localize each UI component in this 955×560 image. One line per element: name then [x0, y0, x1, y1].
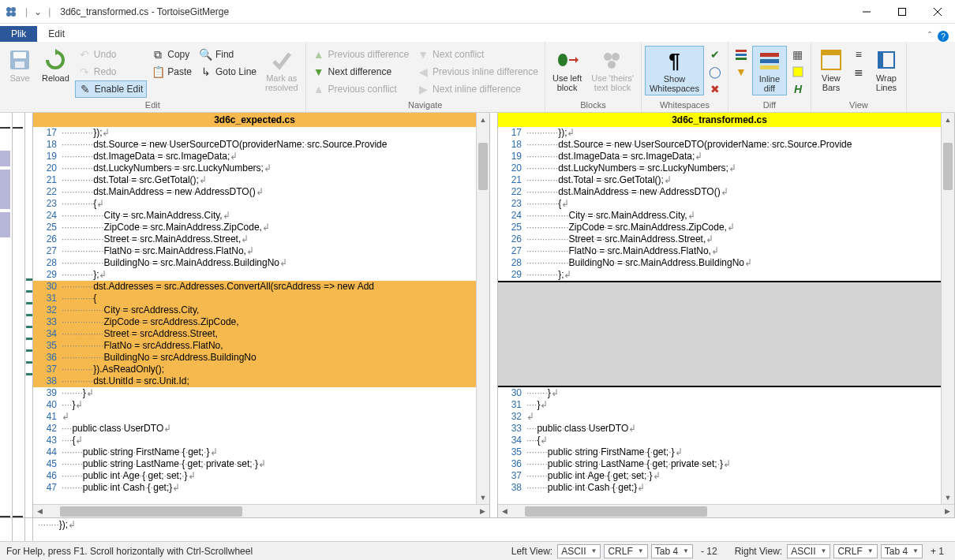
right-encoding-combo[interactable]: ASCII▼	[787, 544, 830, 558]
show-whitespaces-button[interactable]: ¶ Show Whitespaces	[645, 46, 704, 95]
use-left-block-button[interactable]: Use left block	[549, 46, 586, 94]
code-line[interactable]: 30········}↲	[498, 387, 941, 399]
minimize-button[interactable]	[848, 0, 884, 24]
right-scrollbar-v[interactable]: ▼	[941, 127, 954, 504]
bottom-line-view[interactable]: ········});↲	[33, 518, 955, 541]
code-line[interactable]: 28················BuildingNo·=·src.MainA…	[33, 257, 476, 269]
redo-button[interactable]: ↷Redo	[75, 63, 147, 80]
diff-opt1-button[interactable]	[732, 46, 751, 63]
maximize-button[interactable]	[884, 0, 919, 24]
code-line[interactable]: 17············});↲	[33, 127, 476, 139]
code-line[interactable]: 37············}).AsReadOnly();	[33, 364, 476, 375]
goto-line-button[interactable]: ↳Goto Line	[197, 63, 260, 80]
code-line[interactable]: 46········public·int·Age·{·get;·set;·}↲	[33, 470, 476, 482]
code-line[interactable]: 18············dst.Source·=·new·UserSourc…	[33, 139, 476, 151]
scroll-up-right[interactable]: ▲	[941, 113, 954, 127]
code-line[interactable]: 19············dst.ImageData·=·src.ImageD…	[498, 151, 941, 162]
left-eol-combo[interactable]: CRLF▼	[604, 544, 647, 558]
code-line[interactable]: 17············});↲	[498, 127, 941, 139]
next-diff-button[interactable]: ▼Next difference	[309, 63, 413, 80]
code-line[interactable]: 20············dst.LuckyNumbers·=·src.Luc…	[498, 162, 941, 174]
right-eol-combo[interactable]: CRLF▼	[833, 544, 877, 558]
ws-compare-button[interactable]: ✔	[706, 46, 725, 63]
locator-bar-left-2[interactable]	[13, 113, 25, 517]
code-line[interactable]: 47········public·int·Cash·{·get;}↲	[33, 482, 476, 494]
wrap-lines-button[interactable]: Wrap Lines	[870, 46, 903, 94]
mark-resolved-button[interactable]: Mark as resolved	[261, 46, 302, 94]
scroll-up-left[interactable]: ▲	[476, 113, 489, 127]
ribbon-collapse-icon[interactable]: ˆ	[928, 31, 931, 42]
code-line[interactable]: 37········public·int·Age·{·get;·set;·}↲	[498, 470, 941, 482]
code-line[interactable]: 30············dst.Addresses·=·src.Addres…	[33, 281, 476, 293]
locator-bar-left[interactable]	[0, 113, 13, 517]
left-encoding-combo[interactable]: ASCII▼	[557, 544, 601, 558]
inline-diff-button[interactable]: Inline diff	[752, 46, 787, 95]
code-line[interactable]: 36················BuildingNo·=·srcAddres…	[33, 352, 476, 364]
right-scrollbar-h[interactable]: ◀▶	[498, 504, 954, 517]
diff-opt2-button[interactable]: ▼	[732, 63, 751, 80]
code-line[interactable]: 19············dst.ImageData·=·src.ImageD…	[33, 151, 476, 162]
code-line[interactable]: 38········public·int·Cash·{·get;}↲	[498, 482, 941, 494]
view-lines2-button[interactable]: ≣	[849, 63, 868, 80]
code-line[interactable]: 26················Street·=·src.MainAddre…	[498, 233, 941, 245]
code-line[interactable]: 23············{↲	[498, 198, 941, 210]
left-tab-combo[interactable]: Tab 4▼	[651, 544, 693, 558]
code-line[interactable]: 45········public·string·LastName·{·get;·…	[33, 458, 476, 470]
code-line[interactable]: 35········public·string·FirstName·{·get;…	[498, 446, 941, 458]
code-line[interactable]: 33················ZipCode·=·srcAddress.Z…	[33, 316, 476, 328]
code-line[interactable]: 33····public·class·UserDTO↲	[498, 423, 941, 435]
code-line[interactable]: 31····}↲	[498, 399, 941, 411]
code-line[interactable]: 34····{↲	[498, 435, 941, 446]
next-conflict-button[interactable]: ▼Next conflict	[414, 46, 541, 63]
code-line[interactable]: 21············dst.Total·=·src.GetTotal()…	[498, 174, 941, 186]
code-line[interactable]: 31············{	[33, 293, 476, 304]
undo-button[interactable]: ↶Undo	[75, 46, 147, 63]
prev-conflict-button[interactable]: ▲Previous conflict	[309, 80, 413, 98]
prev-inline-button[interactable]: ◀Previous inline difference	[414, 63, 541, 80]
code-line[interactable]: 18············dst.Source·=·new·UserSourc…	[498, 139, 941, 151]
code-line[interactable]: 24················City·=·src.MainAddress…	[498, 210, 941, 222]
code-line[interactable]: 35················FlatNo·=·srcAddress.Fl…	[33, 340, 476, 352]
use-theirs-block-button[interactable]: Use 'theirs' text block	[587, 46, 638, 94]
ws-ignoreall-button[interactable]: ✖	[706, 80, 725, 98]
tab-edit[interactable]: Edit	[37, 26, 76, 42]
code-line[interactable]: 40····}↲	[33, 399, 476, 411]
code-line[interactable]: 41↲	[33, 411, 476, 423]
code-line[interactable]: 38············dst.UnitId·=·src.Unit.Id;	[33, 375, 476, 387]
save-button[interactable]: Save	[3, 46, 36, 84]
prev-diff-button[interactable]: ▲Previous difference	[309, 46, 413, 63]
code-line[interactable]: 22············dst.MainAddress·=·new·Addr…	[498, 186, 941, 198]
enable-edit-button[interactable]: ✎Enable Edit	[75, 80, 147, 98]
right-code-body[interactable]: 17············});↲18············dst.Sour…	[498, 127, 941, 504]
diff-opt5-button[interactable]: H	[788, 80, 807, 98]
help-icon[interactable]: ?	[938, 31, 949, 42]
code-line[interactable]: 22············dst.MainAddress·=·new·Addr…	[33, 186, 476, 198]
code-line[interactable]: 20············dst.LuckyNumbers·=·src.Luc…	[33, 162, 476, 174]
view-bars-button[interactable]: View Bars	[815, 46, 848, 94]
code-line[interactable]: 27················FlatNo·=·src.MainAddre…	[498, 245, 941, 257]
left-code-body[interactable]: 17············});↲18············dst.Sour…	[33, 127, 476, 504]
code-line[interactable]: 29············};↲	[498, 269, 941, 281]
code-line[interactable]: 32↲	[498, 411, 941, 423]
copy-button[interactable]: ⧉Copy	[148, 46, 195, 63]
find-button[interactable]: 🔍Find	[197, 46, 260, 63]
tab-plik[interactable]: Plik	[0, 26, 37, 42]
code-line[interactable]: 44········public·string·FirstName·{·get;…	[33, 446, 476, 458]
code-line[interactable]: 21············dst.Total·=·src.GetTotal()…	[33, 174, 476, 186]
code-line[interactable]: 26················Street·=·src.MainAddre…	[33, 233, 476, 245]
left-scrollbar-h[interactable]: ◀▶	[33, 504, 489, 517]
code-line[interactable]: 43····{↲	[33, 435, 476, 446]
next-inline-button[interactable]: ▶Next inline difference	[414, 80, 541, 98]
paste-button[interactable]: 📋Paste	[148, 63, 195, 80]
right-tab-combo[interactable]: Tab 4▼	[881, 544, 923, 558]
code-line[interactable]: 27················FlatNo·=·src.MainAddre…	[33, 245, 476, 257]
view-lines1-button[interactable]: ≡	[849, 46, 868, 63]
diff-opt4-button[interactable]	[788, 63, 807, 80]
close-button[interactable]	[919, 0, 955, 24]
code-line[interactable]: 23············{↲	[33, 198, 476, 210]
code-line[interactable]: 29············};↲	[33, 269, 476, 281]
code-line[interactable]: 39········}↲	[33, 387, 476, 399]
reload-button[interactable]: Reload	[38, 46, 73, 84]
code-line[interactable]: 42····public·class·UserDTO↲	[33, 423, 476, 435]
code-line[interactable]: 28················BuildingNo·=·src.MainA…	[498, 257, 941, 269]
